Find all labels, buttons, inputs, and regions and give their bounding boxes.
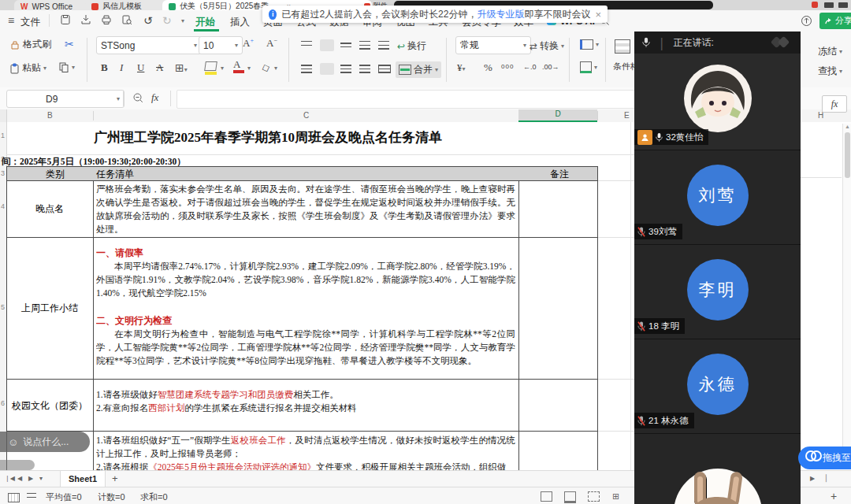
font-name-select[interactable]: STSong ▾ (96, 36, 202, 54)
font-size-select[interactable]: 10 ▾ (199, 36, 243, 54)
sheet-list-icon[interactable]: ▾ (39, 475, 43, 482)
borders-button[interactable]: ⊞▾ (175, 61, 188, 74)
prev-sheet-icon[interactable]: ◀ (17, 475, 22, 482)
first-sheet-icon[interactable]: ❘◀ (5, 475, 15, 482)
redo-icon[interactable]: ↻ (162, 14, 172, 27)
hamburger-icon[interactable]: ≡ (8, 14, 14, 27)
participant-tile[interactable]: 刘莺 39刘莺 (634, 150, 801, 245)
reading-mode-icon[interactable]: ⊞ (612, 491, 619, 502)
window-menu-icon[interactable] (838, 2, 848, 8)
scrollbar-thumb[interactable] (845, 132, 850, 178)
font-color-button[interactable]: A (233, 60, 244, 73)
meeting-drag-button[interactable]: 拖拽至 (798, 447, 851, 469)
format-painter-button[interactable]: 格式刷 (9, 38, 51, 51)
eraser-icon[interactable]: ◇ (260, 61, 272, 75)
merge-cells-button[interactable]: 合并 ▾ (396, 61, 441, 78)
mic-icon[interactable] (642, 37, 650, 48)
cloud-upload-icon[interactable] (801, 15, 812, 29)
freeze-panes-button[interactable]: 冻结 ▾ (818, 45, 842, 58)
decrease-indent-icon[interactable] (359, 41, 370, 50)
increase-decimal-button[interactable]: ←.0 (523, 63, 537, 71)
participant-tile[interactable]: 32黄佳怡 (634, 54, 801, 150)
paste-button[interactable]: 粘贴 ▾ (9, 61, 46, 75)
align-middle-icon[interactable] (320, 39, 334, 51)
currency-button[interactable]: ¥▾ (457, 61, 466, 74)
sheet-tab-active[interactable]: Sheet1 (60, 471, 106, 487)
share-button[interactable]: 分享 (819, 13, 851, 29)
vertical-scrollbar[interactable]: ▲ (842, 124, 851, 469)
conditional-format-button[interactable]: 条件格 (613, 38, 634, 72)
percent-button[interactable]: % (484, 61, 492, 74)
copy-button[interactable]: ▾ (58, 61, 75, 72)
increase-font-button[interactable]: A+ (243, 37, 254, 50)
column-header-e[interactable]: E (624, 111, 630, 120)
convert-button[interactable]: ⇄ 转换 ▾ (530, 39, 564, 53)
justify-icon[interactable] (359, 65, 370, 73)
italic-button[interactable]: I (120, 61, 123, 74)
format-painter-icon (9, 39, 20, 50)
chat-overlay-handle[interactable] (0, 460, 35, 470)
bold-button[interactable]: B (101, 61, 108, 74)
window-controls-icon[interactable] (824, 2, 834, 8)
fx-icon[interactable]: fx (151, 91, 158, 104)
chevron-down-icon[interactable]: ▾ (181, 17, 184, 24)
normal-view-icon[interactable] (541, 491, 552, 502)
meeting-panel[interactable]: ❘ 正在讲话: 32黄佳怡 刘莺 (634, 32, 801, 504)
thousands-separator-button[interactable]: 000 (501, 63, 514, 70)
strikethrough-button[interactable]: A (156, 61, 163, 74)
scroll-right-icon[interactable]: ▶ (810, 475, 815, 482)
align-bottom-icon[interactable] (340, 43, 351, 49)
cut-icon[interactable]: ✂ (65, 38, 74, 50)
wrap-text-button[interactable]: ↩ 换行 (397, 39, 426, 53)
ribbon-tab-home[interactable]: 开始 (195, 16, 215, 29)
close-icon[interactable]: × (595, 9, 601, 20)
ribbon-tab-insert[interactable]: 插入 (230, 16, 250, 29)
decrease-font-button[interactable]: A− (266, 37, 277, 50)
page-break-view-icon[interactable] (588, 491, 600, 502)
underline-button[interactable]: U (137, 61, 144, 74)
zoom-formula-icon[interactable] (132, 92, 143, 106)
column-header-d-selected[interactable]: D (518, 109, 597, 122)
cell-reference-box[interactable]: D9 ▾ (6, 90, 124, 108)
export-icon[interactable] (80, 14, 91, 28)
print-icon[interactable] (101, 14, 112, 28)
participant-tile[interactable]: 李明 18 李明 (634, 245, 801, 339)
row-column-button[interactable]: ▾ (580, 61, 597, 73)
zoom-in-button[interactable]: + (831, 490, 837, 502)
list-icon[interactable] (27, 493, 36, 500)
insert-function-button[interactable]: fx (822, 95, 847, 113)
align-center-icon[interactable] (320, 63, 334, 75)
page-layout-view-icon[interactable] (564, 491, 576, 503)
share-icon (824, 17, 833, 25)
align-right-icon[interactable] (340, 65, 351, 73)
next-sheet-icon[interactable]: ▶ (28, 475, 33, 482)
number-format-select[interactable]: 常规 ▾ (455, 36, 531, 54)
upgrade-link[interactable]: 升级专业版 (477, 9, 524, 20)
column-header-b[interactable]: B (47, 111, 53, 120)
column-header-c[interactable]: C (303, 111, 309, 120)
align-top-icon[interactable] (301, 41, 312, 47)
find-button[interactable]: 查找 ▾ (818, 65, 842, 78)
increase-indent-icon[interactable] (378, 41, 389, 50)
scroll-up-arrow[interactable]: ▲ (843, 124, 851, 129)
wps-logo-icon: W (20, 2, 28, 11)
distributed-icon[interactable] (378, 65, 391, 73)
decrease-decimal-button[interactable]: .00→ (542, 63, 559, 71)
undo-icon[interactable]: ↺ (143, 14, 153, 27)
participant-tile[interactable]: 永德 21 林永德 (634, 339, 801, 434)
menu-file[interactable]: 文件 (20, 16, 40, 29)
formula-input[interactable] (177, 90, 643, 109)
chat-input-pill[interactable]: ☺ 说点什么... (0, 432, 90, 452)
print-preview-icon[interactable] (121, 14, 132, 28)
fill-color-button[interactable] (205, 61, 217, 75)
split-handle-icon[interactable]: ❘ (823, 473, 829, 482)
select-all-corner[interactable] (0, 109, 7, 122)
record-icon[interactable] (812, 2, 818, 8)
chevron-down-icon: ▾ (247, 65, 251, 72)
align-left-icon[interactable] (301, 65, 312, 73)
cell-mode-icon[interactable] (8, 493, 20, 502)
save-icon[interactable] (60, 14, 71, 28)
participant-tile[interactable] (634, 434, 801, 504)
insert-cells-button[interactable]: ▾ (580, 39, 599, 50)
add-sheet-button[interactable]: + (112, 472, 118, 484)
